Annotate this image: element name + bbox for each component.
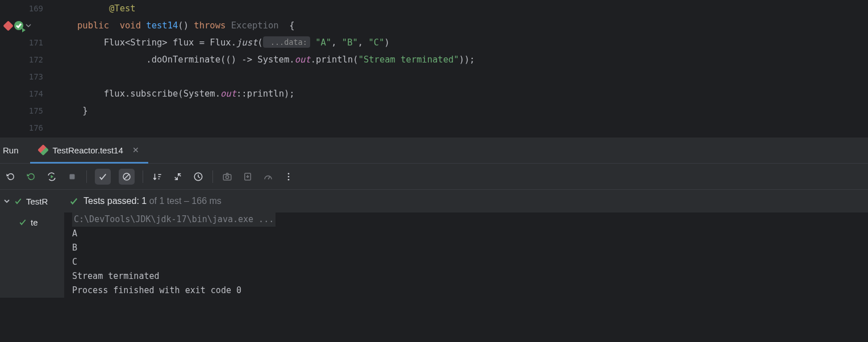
svg-point-5: [226, 176, 228, 178]
line-number: 174: [23, 89, 43, 98]
import-icon[interactable]: [241, 170, 254, 183]
profiler-icon[interactable]: [262, 170, 274, 183]
code-line[interactable]: [60, 119, 82, 136]
run-panel-title[interactable]: Run: [0, 145, 30, 155]
svg-point-9: [288, 178, 290, 180]
gutter[interactable]: 175: [0, 106, 60, 115]
code-line[interactable]: }: [60, 102, 88, 119]
run-test-icon[interactable]: [14, 21, 23, 30]
code-line[interactable]: flux.subscribe(System.out::println);: [60, 85, 295, 102]
inlay-hint: ...data:: [263, 36, 310, 48]
gutter[interactable]: 171: [0, 38, 60, 47]
code-editor[interactable]: 169 @Test public void test14() throws Ex…: [0, 0, 868, 137]
console-line: C: [72, 255, 868, 269]
screenshot-icon[interactable]: [221, 170, 233, 183]
svg-line-2: [124, 174, 130, 179]
svg-rect-0: [70, 174, 75, 179]
tree-root-label: TestR: [26, 197, 48, 206]
rerun-icon[interactable]: [5, 170, 17, 183]
console-line: A: [72, 227, 868, 241]
line-number: 172: [23, 55, 43, 64]
separator: [212, 170, 213, 183]
toggle-auto-test-icon[interactable]: [45, 170, 58, 183]
check-icon: [18, 218, 27, 227]
check-icon: [69, 196, 79, 206]
test-config-icon: [37, 144, 49, 156]
separator: [86, 170, 87, 183]
tests-status: Tests passed: 1 of 1 test – 166 ms: [64, 196, 222, 206]
chevron-down-icon[interactable]: [26, 20, 31, 31]
rerun-failed-icon[interactable]: [25, 170, 37, 183]
code-line[interactable]: Flux<String> flux = Flux.just( ...data: …: [60, 34, 390, 51]
console-command[interactable]: C:\DevTools\JDK\jdk-17\bin\java.exe ...: [72, 212, 276, 227]
test-tree-root[interactable]: TestR: [0, 190, 64, 212]
show-ignored-icon[interactable]: [119, 169, 135, 185]
run-tab-label: TestReactor.test14: [53, 145, 123, 155]
chevron-down-icon[interactable]: [3, 198, 10, 205]
check-icon: [14, 197, 23, 206]
test-tree-item[interactable]: te: [0, 212, 64, 232]
breakpoint-icon[interactable]: [3, 20, 13, 31]
sort-icon[interactable]: [151, 170, 164, 183]
code-line[interactable]: [60, 68, 82, 85]
gutter[interactable]: 176: [0, 123, 60, 132]
console[interactable]: C:\DevTools\JDK\jdk-17\bin\java.exe ... …: [64, 212, 868, 298]
line-number: 175: [23, 106, 43, 115]
expand-all-icon[interactable]: [172, 170, 184, 183]
console-line: Stream terminated: [72, 269, 868, 283]
stop-icon[interactable]: [66, 170, 78, 183]
tree-item-label: te: [31, 218, 38, 227]
close-icon[interactable]: ✕: [132, 145, 139, 155]
console-line: Process finished with exit code 0: [72, 283, 868, 298]
console-line: B: [72, 241, 868, 255]
gutter[interactable]: 174: [0, 89, 60, 98]
line-number: 173: [23, 72, 43, 81]
separator: [143, 170, 143, 183]
svg-point-7: [288, 173, 290, 174]
history-icon[interactable]: [192, 170, 205, 183]
tests-status-row: TestR Tests passed: 1 of 1 test – 166 ms: [0, 190, 868, 212]
run-toolbar: [0, 163, 868, 190]
run-tab[interactable]: TestReactor.test14 ✕: [30, 138, 148, 164]
gutter[interactable]: 173: [0, 72, 60, 81]
line-number: 176: [23, 123, 43, 132]
gutter[interactable]: 169: [0, 4, 60, 13]
line-number: 171: [23, 38, 43, 47]
svg-point-8: [288, 176, 290, 177]
show-passed-icon[interactable]: [95, 169, 111, 185]
gutter[interactable]: 172: [0, 55, 60, 64]
line-number: 169: [23, 4, 43, 13]
code-line[interactable]: .doOnTerminate(() -> System.out.println(…: [60, 51, 475, 68]
run-tabbar: Run TestReactor.test14 ✕: [0, 137, 868, 163]
code-line[interactable]: public void test14() throws Exception {: [60, 17, 295, 34]
more-icon[interactable]: [282, 170, 295, 183]
